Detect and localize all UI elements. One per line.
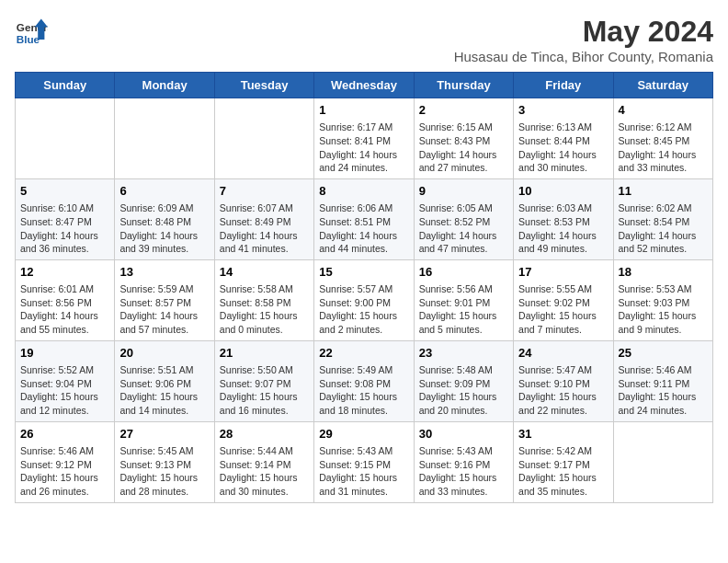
calendar-week-1: 1Sunrise: 6:17 AMSunset: 8:41 PMDaylight… [16, 98, 713, 179]
calendar-cell [16, 98, 115, 179]
calendar-cell: 24Sunrise: 5:47 AMSunset: 9:10 PMDayligh… [514, 340, 613, 421]
calendar-cell: 6Sunrise: 6:09 AMSunset: 8:48 PMDaylight… [115, 178, 214, 259]
calendar-week-3: 12Sunrise: 6:01 AMSunset: 8:56 PMDayligh… [16, 259, 713, 340]
calendar-cell: 9Sunrise: 6:05 AMSunset: 8:52 PMDaylight… [414, 178, 513, 259]
calendar-cell: 8Sunrise: 6:06 AMSunset: 8:51 PMDaylight… [314, 178, 414, 259]
cell-date-number: 6 [119, 183, 209, 200]
calendar-header-row: SundayMondayTuesdayWednesdayThursdayFrid… [16, 73, 713, 98]
cell-info-text: Sunrise: 5:53 AMSunset: 9:03 PMDaylight:… [619, 282, 708, 337]
calendar-cell: 11Sunrise: 6:02 AMSunset: 8:54 PMDayligh… [613, 178, 712, 259]
cell-date-number: 26 [20, 426, 109, 442]
cell-info-text: Sunrise: 6:01 AMSunset: 8:56 PMDaylight:… [20, 282, 109, 337]
cell-date-number: 19 [20, 345, 109, 362]
calendar-cell: 26Sunrise: 5:46 AMSunset: 9:12 PMDayligh… [16, 421, 115, 502]
calendar-cell: 14Sunrise: 5:58 AMSunset: 8:58 PMDayligh… [214, 259, 313, 340]
cell-info-text: Sunrise: 5:58 AMSunset: 8:58 PMDaylight:… [220, 282, 309, 337]
cell-info-text: Sunrise: 6:17 AMSunset: 8:41 PMDaylight:… [319, 121, 408, 175]
cell-date-number: 24 [518, 345, 608, 362]
cell-info-text: Sunrise: 5:43 AMSunset: 9:16 PMDaylight:… [419, 444, 508, 499]
calendar-cell [115, 98, 214, 179]
calendar-cell: 22Sunrise: 5:49 AMSunset: 9:08 PMDayligh… [314, 340, 414, 421]
calendar-cell: 10Sunrise: 6:03 AMSunset: 8:53 PMDayligh… [514, 178, 613, 259]
calendar-cell: 25Sunrise: 5:46 AMSunset: 9:11 PMDayligh… [613, 340, 712, 421]
cell-date-number: 4 [619, 102, 708, 119]
cell-info-text: Sunrise: 6:09 AMSunset: 8:48 PMDaylight:… [119, 201, 209, 256]
day-header-wednesday: Wednesday [314, 73, 414, 98]
cell-info-text: Sunrise: 5:51 AMSunset: 9:06 PMDaylight:… [119, 363, 209, 418]
cell-date-number: 15 [319, 264, 408, 281]
cell-info-text: Sunrise: 6:10 AMSunset: 8:47 PMDaylight:… [20, 201, 109, 256]
cell-info-text: Sunrise: 6:12 AMSunset: 8:45 PMDaylight:… [619, 121, 708, 175]
cell-info-text: Sunrise: 5:55 AMSunset: 9:02 PMDaylight:… [518, 282, 608, 337]
cell-date-number: 20 [119, 345, 209, 362]
calendar-cell: 31Sunrise: 5:42 AMSunset: 9:17 PMDayligh… [514, 421, 613, 502]
cell-info-text: Sunrise: 5:52 AMSunset: 9:04 PMDaylight:… [20, 363, 109, 418]
logo: General Blue [15, 15, 48, 48]
calendar-cell: 17Sunrise: 5:55 AMSunset: 9:02 PMDayligh… [514, 259, 613, 340]
cell-date-number: 9 [419, 183, 508, 200]
calendar-cell: 15Sunrise: 5:57 AMSunset: 9:00 PMDayligh… [314, 259, 414, 340]
calendar-cell: 19Sunrise: 5:52 AMSunset: 9:04 PMDayligh… [16, 340, 115, 421]
cell-info-text: Sunrise: 5:44 AMSunset: 9:14 PMDaylight:… [220, 444, 309, 499]
calendar-week-5: 26Sunrise: 5:46 AMSunset: 9:12 PMDayligh… [16, 421, 713, 502]
cell-date-number: 12 [20, 264, 109, 281]
cell-info-text: Sunrise: 6:15 AMSunset: 8:43 PMDaylight:… [419, 121, 508, 175]
calendar-cell: 21Sunrise: 5:50 AMSunset: 9:07 PMDayligh… [214, 340, 313, 421]
calendar-cell: 16Sunrise: 5:56 AMSunset: 9:01 PMDayligh… [414, 259, 513, 340]
calendar-week-2: 5Sunrise: 6:10 AMSunset: 8:47 PMDaylight… [16, 178, 713, 259]
calendar-cell: 20Sunrise: 5:51 AMSunset: 9:06 PMDayligh… [115, 340, 214, 421]
day-header-saturday: Saturday [613, 73, 712, 98]
cell-date-number: 22 [319, 345, 408, 362]
calendar-cell: 7Sunrise: 6:07 AMSunset: 8:49 PMDaylight… [214, 178, 313, 259]
cell-date-number: 3 [518, 102, 608, 119]
calendar-cell [613, 421, 712, 502]
calendar-cell: 29Sunrise: 5:43 AMSunset: 9:15 PMDayligh… [314, 421, 414, 502]
calendar-cell: 3Sunrise: 6:13 AMSunset: 8:44 PMDaylight… [514, 98, 613, 179]
cell-info-text: Sunrise: 6:13 AMSunset: 8:44 PMDaylight:… [518, 121, 608, 175]
cell-info-text: Sunrise: 5:42 AMSunset: 9:17 PMDaylight:… [518, 444, 608, 499]
page-header: General Blue May 2024 Husasau de Tinca, … [15, 15, 713, 64]
cell-date-number: 11 [619, 183, 708, 200]
cell-date-number: 2 [419, 102, 508, 119]
cell-date-number: 1 [319, 102, 408, 119]
calendar-cell: 13Sunrise: 5:59 AMSunset: 8:57 PMDayligh… [115, 259, 214, 340]
cell-info-text: Sunrise: 5:46 AMSunset: 9:11 PMDaylight:… [619, 363, 708, 418]
calendar-cell: 27Sunrise: 5:45 AMSunset: 9:13 PMDayligh… [115, 421, 214, 502]
location-subtitle: Husasau de Tinca, Bihor County, Romania [454, 49, 713, 64]
cell-date-number: 7 [220, 183, 309, 200]
calendar-cell: 12Sunrise: 6:01 AMSunset: 8:56 PMDayligh… [16, 259, 115, 340]
cell-date-number: 25 [619, 345, 708, 362]
logo-icon: General Blue [15, 15, 48, 48]
cell-info-text: Sunrise: 5:57 AMSunset: 9:00 PMDaylight:… [319, 282, 408, 337]
cell-info-text: Sunrise: 5:59 AMSunset: 8:57 PMDaylight:… [119, 282, 209, 337]
day-header-thursday: Thursday [414, 73, 513, 98]
cell-info-text: Sunrise: 5:45 AMSunset: 9:13 PMDaylight:… [119, 444, 209, 499]
day-header-friday: Friday [514, 73, 613, 98]
cell-date-number: 23 [419, 345, 508, 362]
cell-date-number: 30 [419, 426, 508, 442]
cell-date-number: 27 [119, 426, 209, 442]
day-header-tuesday: Tuesday [214, 73, 313, 98]
calendar-cell: 4Sunrise: 6:12 AMSunset: 8:45 PMDaylight… [613, 98, 712, 179]
cell-date-number: 18 [619, 264, 708, 281]
month-year-title: May 2024 [454, 15, 713, 49]
cell-info-text: Sunrise: 5:50 AMSunset: 9:07 PMDaylight:… [220, 363, 309, 418]
cell-date-number: 28 [220, 426, 309, 442]
calendar-cell: 5Sunrise: 6:10 AMSunset: 8:47 PMDaylight… [16, 178, 115, 259]
cell-info-text: Sunrise: 5:49 AMSunset: 9:08 PMDaylight:… [319, 363, 408, 418]
cell-date-number: 10 [518, 183, 608, 200]
cell-info-text: Sunrise: 6:05 AMSunset: 8:52 PMDaylight:… [419, 201, 508, 256]
cell-info-text: Sunrise: 5:56 AMSunset: 9:01 PMDaylight:… [419, 282, 508, 337]
day-header-monday: Monday [115, 73, 214, 98]
cell-date-number: 21 [220, 345, 309, 362]
cell-date-number: 14 [220, 264, 309, 281]
svg-text:Blue: Blue [17, 33, 40, 45]
calendar-cell: 28Sunrise: 5:44 AMSunset: 9:14 PMDayligh… [214, 421, 313, 502]
cell-info-text: Sunrise: 6:06 AMSunset: 8:51 PMDaylight:… [319, 201, 408, 256]
cell-info-text: Sunrise: 5:48 AMSunset: 9:09 PMDaylight:… [419, 363, 508, 418]
day-header-sunday: Sunday [16, 73, 115, 98]
calendar-week-4: 19Sunrise: 5:52 AMSunset: 9:04 PMDayligh… [16, 340, 713, 421]
calendar-cell [214, 98, 313, 179]
cell-info-text: Sunrise: 5:47 AMSunset: 9:10 PMDaylight:… [518, 363, 608, 418]
cell-date-number: 17 [518, 264, 608, 281]
